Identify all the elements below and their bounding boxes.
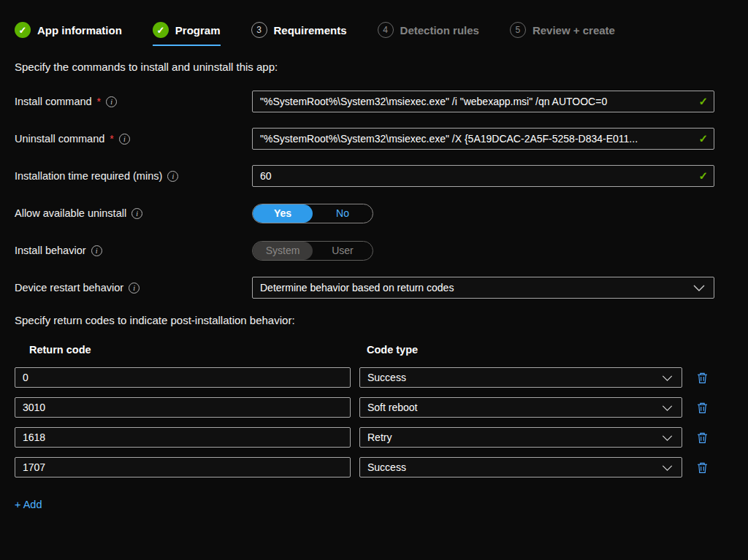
device-restart-behavior-dropdown[interactable]: Determine behavior based on return codes	[252, 277, 714, 299]
info-icon[interactable]: i	[131, 208, 142, 219]
tab-label: Requirements	[274, 24, 347, 37]
return-code-column-header: Return code	[15, 344, 351, 356]
device-restart-behavior-row: Device restart behavior i Determine beha…	[15, 277, 714, 299]
step-number-icon: 3	[251, 22, 267, 38]
dropdown-selected-value: Soft reboot	[367, 402, 418, 413]
allow-available-uninstall-field: Yes No	[252, 204, 714, 223]
step-number-icon: 5	[510, 22, 526, 38]
install-behavior-row: Install behavior i System User	[15, 239, 714, 261]
dropdown-selected-value: Success	[367, 372, 406, 383]
delete-row-button[interactable]	[691, 397, 713, 418]
delete-row-button[interactable]	[691, 427, 713, 448]
code-type-dropdown[interactable]: Success	[359, 367, 682, 388]
tab-label: Program	[175, 24, 221, 37]
return-code-input[interactable]	[15, 457, 351, 477]
program-wizard-page: ✓ App information ✓ Program 3 Requiremen…	[0, 0, 748, 560]
delete-row-button[interactable]	[691, 457, 713, 477]
code-type-dropdown[interactable]: Soft reboot	[359, 397, 682, 418]
return-code-input[interactable]	[15, 427, 351, 448]
trash-icon	[696, 402, 709, 414]
table-row: Soft reboot	[15, 397, 713, 418]
dropdown-selected-value: Determine behavior based on return codes	[260, 282, 454, 294]
install-time-label: Installation time required (mins)	[15, 170, 162, 182]
install-command-input[interactable]	[252, 91, 714, 112]
info-icon[interactable]: i	[106, 96, 117, 107]
device-restart-behavior-label: Device restart behavior	[15, 282, 123, 294]
install-time-label-group: Installation time required (mins) i	[15, 170, 252, 182]
return-codes-header: Return code Code type	[15, 344, 713, 367]
dropdown-selected-value: Success	[367, 461, 406, 473]
tab-review-create: 5 Review + create	[510, 22, 615, 46]
install-time-row: Installation time required (mins) i ✓	[15, 165, 714, 187]
install-behavior-field: System User	[252, 241, 714, 261]
chevron-down-icon	[693, 282, 705, 294]
step-complete-icon: ✓	[15, 22, 31, 38]
code-type-dropdown[interactable]: Retry	[359, 427, 682, 448]
toggle-option-yes[interactable]: Yes	[253, 204, 313, 223]
uninstall-command-input[interactable]	[252, 128, 714, 150]
install-behavior-label-group: Install behavior i	[15, 245, 252, 256]
tab-program[interactable]: ✓ Program	[153, 22, 221, 46]
trash-icon	[696, 372, 709, 384]
install-command-row: Install command * i ✓	[15, 91, 714, 112]
return-codes-table: Return code Code type Success Soft reboo…	[15, 344, 713, 477]
device-restart-behavior-field: Determine behavior based on return codes	[252, 277, 714, 299]
allow-available-uninstall-label: Allow available uninstall	[15, 207, 126, 219]
install-time-field: ✓	[252, 165, 714, 187]
toggle-option-no[interactable]: No	[313, 204, 373, 223]
delete-row-button[interactable]	[691, 367, 713, 388]
install-behavior-toggle: System User	[252, 241, 373, 261]
tab-label: Review + create	[533, 24, 615, 37]
tab-detection-rules: 4 Detection rules	[378, 22, 479, 46]
wizard-tabs: ✓ App information ✓ Program 3 Requiremen…	[0, 0, 748, 46]
trash-icon	[696, 431, 709, 444]
tab-label: App information	[37, 24, 122, 37]
step-complete-icon: ✓	[153, 22, 169, 38]
uninstall-command-row: Uninstall command * i ✓	[15, 128, 714, 150]
allow-available-uninstall-label-group: Allow available uninstall i	[15, 207, 252, 219]
install-behavior-label: Install behavior	[15, 245, 86, 256]
install-command-label: Install command	[15, 96, 92, 107]
install-command-label-group: Install command * i	[15, 96, 252, 107]
table-row: Success	[15, 367, 713, 388]
uninstall-command-label-group: Uninstall command * i	[15, 133, 252, 145]
allow-available-uninstall-toggle: Yes No	[252, 204, 373, 223]
tab-app-information[interactable]: ✓ App information	[15, 22, 122, 46]
required-asterisk: *	[110, 133, 113, 145]
commands-section-title: Specify the commands to install and unin…	[15, 61, 733, 73]
tab-label: Detection rules	[400, 24, 479, 37]
toggle-option-system: System	[253, 242, 313, 260]
return-codes-section-title: Specify return codes to indicate post-in…	[15, 314, 733, 326]
uninstall-command-label: Uninstall command	[15, 133, 104, 145]
install-time-input[interactable]	[252, 165, 714, 187]
info-icon[interactable]: i	[167, 171, 178, 182]
info-icon[interactable]: i	[91, 245, 102, 256]
info-icon[interactable]: i	[129, 283, 140, 294]
return-code-input[interactable]	[15, 367, 351, 388]
chevron-down-icon	[662, 431, 673, 443]
code-type-dropdown[interactable]: Success	[359, 457, 682, 477]
toggle-option-user: User	[313, 242, 373, 260]
code-type-column-header: Code type	[359, 344, 682, 356]
allow-available-uninstall-row: Allow available uninstall i Yes No	[15, 202, 714, 224]
tab-requirements[interactable]: 3 Requirements	[251, 22, 347, 46]
device-restart-behavior-label-group: Device restart behavior i	[15, 282, 252, 294]
chevron-down-icon	[662, 461, 673, 473]
trash-icon	[696, 461, 709, 474]
uninstall-command-field: ✓	[252, 128, 714, 150]
required-asterisk: *	[97, 96, 101, 107]
chevron-down-icon	[662, 372, 673, 383]
table-row: Success	[15, 457, 713, 477]
info-icon[interactable]: i	[119, 134, 130, 145]
table-row: Retry	[15, 427, 713, 448]
chevron-down-icon	[662, 402, 673, 413]
step-number-icon: 4	[378, 22, 394, 38]
return-code-input[interactable]	[15, 397, 351, 418]
install-command-field: ✓	[252, 91, 714, 112]
dropdown-selected-value: Retry	[367, 431, 392, 443]
add-return-code-button[interactable]: + Add	[15, 499, 42, 510]
